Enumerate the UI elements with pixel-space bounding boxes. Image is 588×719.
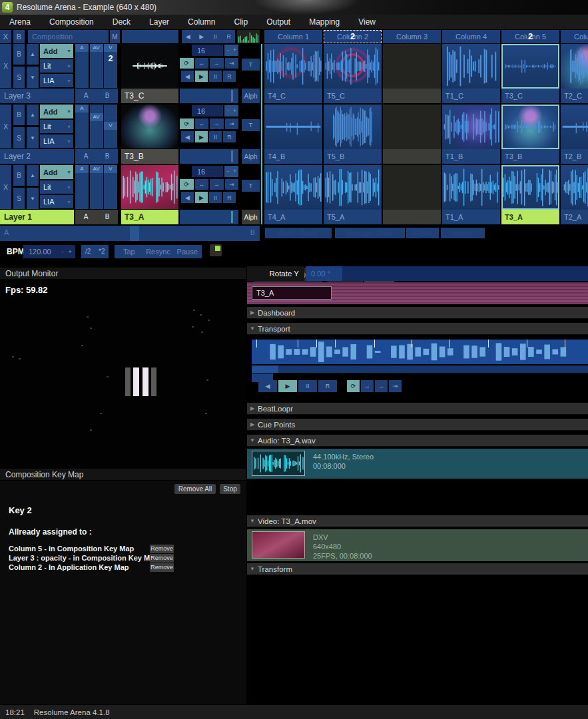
- clip-thumbnail[interactable]: [442, 165, 500, 210]
- layer-fader-a[interactable]: A: [75, 165, 89, 209]
- active-clip-thumbnail[interactable]: [121, 105, 178, 148]
- beats-minus-button[interactable]: -: [224, 166, 232, 177]
- clip-thumbnail[interactable]: [501, 165, 559, 210]
- metronome-icon[interactable]: [210, 244, 222, 256]
- clip-thumbnail[interactable]: [383, 165, 441, 210]
- fader-handle[interactable]: A: [75, 105, 89, 113]
- clip-cell-t5-c[interactable]: T5_C: [324, 44, 382, 103]
- composition-bypass-button[interactable]: B: [13, 30, 25, 43]
- clip-thumbnail[interactable]: [442, 44, 500, 89]
- play-direction-button[interactable]: →: [210, 58, 224, 69]
- layer-up-button[interactable]: ▲: [27, 165, 39, 186]
- layer-fader-v[interactable]: V: [104, 105, 117, 148]
- bounce-mode-button[interactable]: ↔: [195, 179, 209, 190]
- layer-clear-button[interactable]: X: [0, 44, 11, 88]
- clip-label[interactable]: T2_A: [561, 210, 588, 224]
- menu-item-composition[interactable]: Composition: [40, 15, 103, 29]
- pause-button[interactable]: II: [209, 192, 222, 203]
- alpha-channel-button[interactable]: Alph: [242, 149, 260, 164]
- bpm-minus-button[interactable]: -: [59, 246, 67, 257]
- clip-thumbnail[interactable]: [324, 165, 382, 210]
- clip-cell-empty[interactable]: [383, 105, 441, 164]
- video-effect-dropdown[interactable]: Lit▼: [40, 59, 73, 73]
- clip-thumbnail[interactable]: [561, 105, 588, 149]
- play-button[interactable]: ▶: [195, 71, 208, 82]
- remove-button[interactable]: Remove: [150, 563, 174, 572]
- deck-tab-flash[interactable]: Flash: [406, 228, 439, 238]
- loop-mode-button[interactable]: ⟳: [180, 119, 194, 129]
- video-effect-dropdown[interactable]: Lit▼: [40, 180, 73, 194]
- fader-handle[interactable]: AV: [90, 44, 103, 52]
- clip-cell-t1-c[interactable]: T1_C: [442, 44, 500, 103]
- clip-cell-t1-b[interactable]: T1_B: [442, 105, 500, 164]
- clip-cell-t3-b[interactable]: T3_B: [501, 105, 559, 164]
- composition-pause-button[interactable]: II: [209, 30, 222, 43]
- property-slider[interactable]: 0.00 °: [306, 266, 588, 281]
- composition-x-button[interactable]: X: [0, 30, 11, 43]
- section-video[interactable]: ▼ Video: T3_A.mov: [247, 515, 588, 527]
- clip-thumbnail[interactable]: [324, 105, 382, 149]
- fader-handle[interactable]: V: [104, 165, 117, 173]
- fader-handle[interactable]: V: [104, 44, 117, 52]
- composition-fader[interactable]: [122, 30, 178, 43]
- beat-count-field[interactable]: 16: [192, 166, 223, 177]
- clip-label[interactable]: T3_A: [501, 210, 559, 224]
- layer-fader-a[interactable]: A: [75, 105, 89, 148]
- fader-handle[interactable]: A: [75, 44, 89, 52]
- deck-tab-empty[interactable]: empty: [441, 228, 485, 238]
- clip-label[interactable]: T2_B: [561, 149, 588, 164]
- loop-mode-button[interactable]: ⟳: [180, 58, 194, 69]
- clip-label[interactable]: [383, 149, 441, 164]
- clip-label[interactable]: T4_C: [264, 89, 322, 103]
- clip-cell-t1-a[interactable]: T1_A: [442, 165, 500, 224]
- layer-clear-button[interactable]: X: [0, 105, 11, 148]
- fader-handle[interactable]: A: [75, 165, 89, 173]
- layer-fader-av[interactable]: AV: [90, 105, 103, 148]
- clip-label[interactable]: T1_A: [442, 210, 500, 224]
- random-button[interactable]: R: [223, 71, 236, 82]
- clip-thumbnail[interactable]: [501, 44, 559, 89]
- crossfader-b-assign[interactable]: B: [97, 210, 118, 224]
- layer-up-button[interactable]: ▲: [27, 105, 39, 125]
- column-header-column-1[interactable]: Column 1: [264, 30, 322, 43]
- layer-fader-v[interactable]: V2: [104, 44, 117, 88]
- mask-mode-dropdown[interactable]: LIA▼: [40, 134, 73, 148]
- composition-play-button[interactable]: ▶: [196, 30, 208, 43]
- layer-fader-av[interactable]: AV: [90, 165, 103, 209]
- clip-label[interactable]: T5_B: [324, 149, 382, 164]
- clip-cell-t4-a[interactable]: T4_A: [264, 165, 322, 224]
- deck-tab-audio-visual[interactable]: Audio Visual: [265, 228, 332, 238]
- active-clip-name[interactable]: T3_A: [121, 210, 178, 224]
- thumbnail-toggle-button[interactable]: T: [242, 180, 260, 192]
- clip-label[interactable]: T3_C: [501, 89, 559, 103]
- crossfader-a-assign[interactable]: A: [75, 149, 97, 164]
- beats-minus-button[interactable]: -: [224, 105, 232, 117]
- fader-handle[interactable]: AV: [90, 165, 103, 173]
- active-clip-name[interactable]: T3_C: [121, 89, 178, 103]
- bpm-plus-button[interactable]: +: [67, 246, 75, 257]
- layer-up-button[interactable]: ▲: [27, 44, 39, 65]
- column-header-column-5[interactable]: Column 52: [501, 30, 559, 43]
- hold-mode-button[interactable]: ⇥: [225, 119, 239, 129]
- layer-down-button[interactable]: ▼: [27, 188, 39, 209]
- clip-cell-t4-b[interactable]: T4_B: [264, 105, 322, 164]
- clip-label[interactable]: [383, 210, 441, 224]
- clip-label[interactable]: [383, 89, 441, 103]
- pause-button[interactable]: Pause: [172, 245, 202, 258]
- clip-cell-t2-a[interactable]: T2_A: [561, 165, 588, 224]
- random-button[interactable]: R: [223, 192, 236, 203]
- layer-name[interactable]: Layer 1: [0, 210, 74, 224]
- clip-label[interactable]: T2_C: [561, 89, 588, 103]
- menu-item-deck[interactable]: Deck: [103, 15, 140, 29]
- layer-solo-button[interactable]: S: [13, 127, 25, 148]
- layer-name[interactable]: Layer 3: [0, 89, 74, 103]
- clip-thumbnail[interactable]: [501, 105, 559, 149]
- composition-random-button[interactable]: R: [223, 30, 236, 43]
- menu-item-output[interactable]: Output: [257, 15, 300, 29]
- clip-cell-empty[interactable]: [383, 165, 441, 224]
- loop-mode-button[interactable]: ⟳: [180, 179, 194, 190]
- clip-thumbnail[interactable]: [561, 165, 588, 210]
- remove-all-button[interactable]: Remove All: [174, 484, 216, 494]
- clip-label[interactable]: T4_A: [264, 210, 322, 224]
- clip-thumbnail[interactable]: [383, 105, 441, 149]
